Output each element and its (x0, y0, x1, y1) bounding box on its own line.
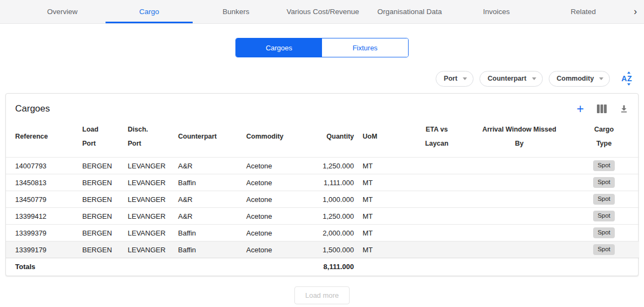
download-button[interactable] (620, 103, 628, 115)
top-navigation-bar: OverviewCargoBunkersVarious Cost/Revenue… (0, 0, 644, 24)
cell-counterpart: A&R (174, 191, 242, 208)
column-header-eta-vs-laycan[interactable]: ETA vs Laycan (407, 118, 466, 158)
tab-related[interactable]: Related (540, 0, 627, 23)
cell-cargo-type: Spot (572, 191, 639, 208)
cargoes-card: Cargoes + (5, 93, 639, 276)
cell-quantity: 1,250.000 (303, 208, 358, 225)
column-header-label: Commodity (246, 129, 284, 143)
tab-various-cost-revenue[interactable]: Various Cost/Revenue (279, 0, 366, 23)
column-header-label: Arrival Window Missed By (482, 122, 556, 151)
cell-disch-port: LEVANGER (123, 158, 174, 174)
column-header-label: ETA vs Laycan (425, 122, 448, 151)
card-actions: + (577, 103, 628, 115)
view-toggle-wrap: CargoesFixtures (0, 38, 644, 57)
cell-commodity: Acetone (242, 158, 303, 174)
cell-disch-port: LEVANGER (123, 241, 174, 258)
cargo-type-badge: Spot (593, 194, 615, 205)
cell-arrival-window-missed-by (466, 191, 572, 208)
table-row[interactable]: 13399412BERGENLEVANGERA&RAcetone1,250.00… (6, 208, 639, 225)
cell-commodity: Acetone (242, 191, 303, 208)
column-header-label: Disch. Port (128, 122, 148, 151)
cargo-type-badge: Spot (593, 177, 615, 188)
table-row[interactable]: 13399379BERGENLEVANGERBaffinAcetone2,000… (6, 225, 639, 241)
table-row[interactable]: 13450779BERGENLEVANGERA&RAcetone1,000.00… (6, 191, 639, 208)
load-more-wrap: Load more (0, 286, 644, 304)
filter-chip-label: Counterpart (488, 75, 527, 82)
cell-load-port: BERGEN (78, 191, 123, 208)
cargo-type-badge: Spot (593, 160, 615, 171)
column-header-label: Counterpart (178, 129, 217, 143)
chevron-down-icon (532, 77, 536, 80)
card-header: Cargoes + (6, 94, 638, 118)
view-toggle-fixtures[interactable]: Fixtures (322, 38, 408, 57)
filter-row: PortCounterpartCommodity AZ (0, 70, 633, 87)
column-header-disch-port[interactable]: Disch. Port (123, 118, 174, 158)
column-header-label: UoM (363, 129, 377, 143)
filter-chip-commodity[interactable]: Commodity (549, 71, 610, 87)
cell-load-port: BERGEN (78, 241, 123, 258)
cell-eta-vs-laycan (407, 225, 466, 241)
column-header-label: Quantity (326, 129, 354, 143)
cell-uom: MT (358, 191, 407, 208)
cell-disch-port: LEVANGER (123, 225, 174, 241)
cell-arrival-window-missed-by (466, 158, 572, 174)
column-header-arrival-window-missed-by[interactable]: Arrival Window Missed By (466, 118, 572, 158)
cell-cargo-type: Spot (572, 174, 639, 191)
sort-alpha-icon[interactable]: AZ (620, 73, 633, 84)
cell-uom: MT (358, 225, 407, 241)
cell-eta-vs-laycan (407, 241, 466, 258)
cell-disch-port: LEVANGER (123, 191, 174, 208)
column-header-cargo-type[interactable]: Cargo Type (572, 118, 639, 158)
column-header-quantity[interactable]: Quantity (303, 118, 358, 158)
column-header-label: Load Port (82, 122, 98, 151)
cell-commodity: Acetone (242, 208, 303, 225)
load-more-button[interactable]: Load more (294, 286, 350, 304)
column-header-counterpart[interactable]: Counterpart (174, 118, 242, 158)
cell-counterpart: Baffin (174, 241, 242, 258)
cargo-type-badge: Spot (593, 211, 615, 221)
table-row[interactable]: 13399179BERGENLEVANGERBaffinAcetone1,500… (6, 241, 639, 258)
tab-bunkers[interactable]: Bunkers (193, 0, 279, 23)
table-row[interactable]: 13450813BERGENLEVANGERBaffinAcetone1,111… (6, 174, 639, 191)
totals-empty-cells (358, 258, 639, 276)
cell-arrival-window-missed-by (466, 208, 572, 225)
filter-chip-counterpart[interactable]: Counterpart (479, 71, 543, 87)
chevron-down-icon (463, 77, 467, 80)
tab-overview[interactable]: Overview (19, 0, 106, 23)
add-cargo-button[interactable]: + (577, 103, 584, 115)
table-row[interactable]: 14007793BERGENLEVANGERA&RAcetone1,250.00… (6, 158, 639, 174)
cell-uom: MT (358, 174, 407, 191)
cell-arrival-window-missed-by (466, 174, 572, 191)
view-toggle-cargoes[interactable]: Cargoes (236, 38, 322, 57)
column-settings-button[interactable] (597, 103, 607, 115)
column-header-uom[interactable]: UoM (358, 118, 407, 158)
tab-invoices[interactable]: Invoices (453, 0, 540, 23)
column-header-label: Cargo Type (594, 122, 614, 151)
column-header-commodity[interactable]: Commodity (242, 118, 303, 158)
filter-chip-port[interactable]: Port (436, 71, 474, 87)
cell-disch-port: LEVANGER (123, 208, 174, 225)
tab-organisational-data[interactable]: Organisational Data (366, 0, 453, 23)
cell-arrival-window-missed-by (466, 241, 572, 258)
tab-cargo[interactable]: Cargo (106, 0, 192, 23)
cell-uom: MT (358, 208, 407, 225)
cell-commodity: Acetone (242, 174, 303, 191)
filter-chip-label: Commodity (557, 75, 594, 82)
cell-reference: 13450813 (6, 174, 78, 191)
cell-arrival-window-missed-by (466, 225, 572, 241)
cargo-type-badge: Spot (593, 227, 615, 238)
column-header-load-port[interactable]: Load Port (78, 118, 123, 158)
column-header-reference[interactable]: Reference (6, 118, 78, 158)
filter-chip-label: Port (444, 75, 457, 82)
cell-disch-port: LEVANGER (123, 174, 174, 191)
cell-eta-vs-laycan (407, 208, 466, 225)
view-toggle-group: CargoesFixtures (235, 38, 409, 57)
nav-overflow-chevron-icon[interactable]: › (627, 0, 644, 23)
cell-counterpart: Baffin (174, 225, 242, 241)
cell-commodity: Acetone (242, 241, 303, 258)
cell-counterpart: A&R (174, 158, 242, 174)
totals-row: Totals8,111.000 (6, 258, 639, 276)
cell-cargo-type: Spot (572, 241, 639, 258)
cell-eta-vs-laycan (407, 158, 466, 174)
totals-label: Totals (6, 258, 303, 276)
